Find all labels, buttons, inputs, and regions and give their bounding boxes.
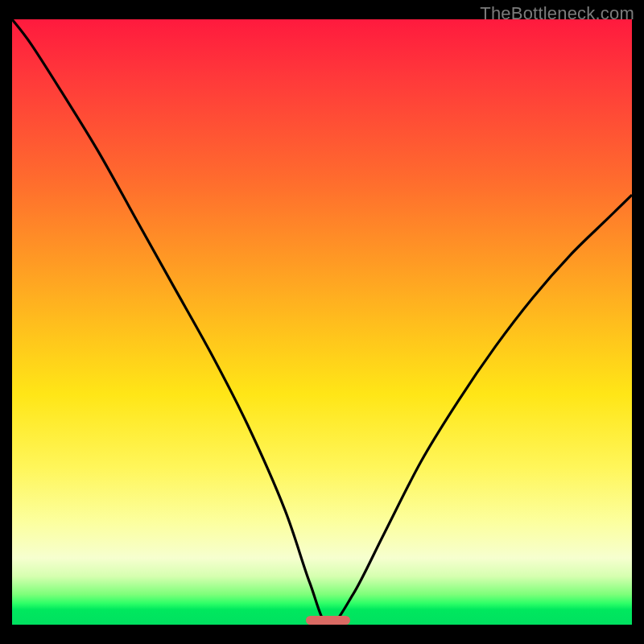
plot-area xyxy=(12,19,632,625)
curve-path xyxy=(12,19,632,625)
bottleneck-curve xyxy=(12,19,632,625)
optimum-marker xyxy=(306,616,350,625)
watermark-text: TheBottleneck.com xyxy=(480,3,634,24)
chart-frame: TheBottleneck.com xyxy=(0,0,644,644)
